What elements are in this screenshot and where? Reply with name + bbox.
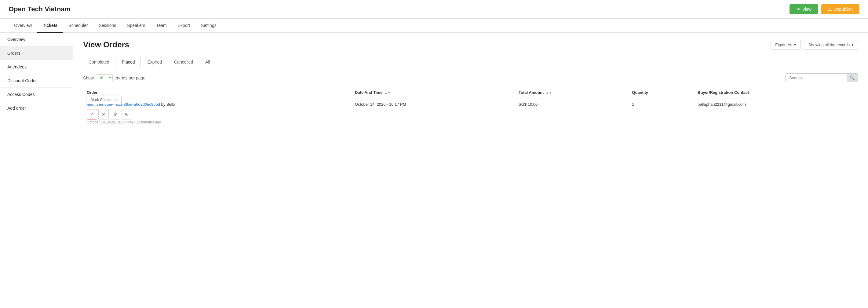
tooltip-text: Mark Completed	[91, 98, 118, 102]
order-row-inner: f89d27e8-cdf9-4811-88ae-a6d2d0ec96bd by …	[87, 102, 347, 124]
tab-overview[interactable]: Overview	[8, 19, 37, 33]
tab-sessions[interactable]: Sessions	[93, 19, 122, 33]
amount-cell: SG$ 10.00	[515, 98, 628, 128]
header-actions: Export As ▾ Showing all the records ▾	[771, 40, 858, 50]
header-buttons: 👁 View ⚠ Unpublish	[789, 4, 860, 14]
action-buttons: ✓ ✕ 🗑 ✉	[87, 109, 132, 120]
tab-scheduler[interactable]: Scheduler	[63, 19, 93, 33]
sidebar-item-orders[interactable]: Orders	[0, 47, 73, 60]
tab-export[interactable]: Export	[172, 19, 195, 33]
col-date-time: Date And Time ▲▼	[351, 87, 515, 98]
table-header-row: Order Date And Time ▲▼ Total Amount ▲▼ Q…	[83, 87, 858, 98]
view-button[interactable]: 👁 View	[789, 4, 818, 14]
chevron-down-icon-2: ▾	[851, 42, 854, 47]
eye-icon: 👁	[796, 7, 801, 11]
per-page-label: entries per page	[115, 75, 145, 80]
showing-label: Showing all the records	[808, 42, 850, 47]
table-row: f89d27e8-cdf9-4811-88ae-a6d2d0ec96bd by …	[83, 98, 858, 128]
search-button[interactable]: 🔍	[847, 74, 858, 82]
quantity-cell: 1	[628, 98, 694, 128]
show-entries: Show 10 25 50 100 entries per page	[83, 74, 145, 81]
tab-team[interactable]: Team	[151, 19, 172, 33]
unpublish-button[interactable]: ⚠ Unpublish	[821, 4, 860, 14]
search-box: 🔍	[785, 73, 858, 82]
top-header: Open Tech Vietnam 👁 View ⚠ Unpublish	[0, 0, 868, 19]
search-icon: 🔍	[850, 75, 855, 80]
tab-tickets[interactable]: Tickets	[37, 19, 63, 33]
unpublish-icon: ⚠	[828, 7, 832, 11]
col-quantity: Quantity	[628, 87, 694, 98]
order-by: by Bella	[161, 102, 175, 106]
app-title: Open Tech Vietnam	[8, 5, 70, 13]
status-tab-expired[interactable]: Expired	[142, 57, 167, 67]
order-cell: f89d27e8-cdf9-4811-88ae-a6d2d0ec96bd by …	[83, 98, 351, 128]
mark-completed-tooltip: Mark Completed	[87, 96, 122, 104]
order-meta: October 14, 2020, 10:17 PM - 13 minutes …	[87, 120, 347, 124]
quantity-value: 1	[632, 102, 634, 106]
show-entries-row: Show 10 25 50 100 entries per page 🔍	[83, 73, 858, 82]
nav-tabs: Overview Tickets Scheduler Sessions Spea…	[0, 19, 868, 33]
search-input[interactable]	[785, 74, 847, 82]
entries-per-page-select[interactable]: 10 25 50 100	[96, 74, 113, 81]
unpublish-label: Unpublish	[834, 7, 853, 11]
cancel-button[interactable]: ✕	[98, 109, 109, 120]
order-id-line: f89d27e8-cdf9-4811-88ae-a6d2d0ec96bd by …	[87, 102, 347, 106]
content-header: View Orders Export As ▾ Showing all the …	[83, 40, 858, 50]
main-layout: Overview Orders Attendees Discount Codes…	[0, 33, 868, 304]
show-label: Show	[83, 75, 94, 80]
sidebar-item-access-codes[interactable]: Access Codes	[0, 88, 73, 101]
page-title: View Orders	[83, 40, 129, 50]
tab-speakers[interactable]: Speakers	[122, 19, 151, 33]
col-total-amount: Total Amount ▲▼	[515, 87, 628, 98]
col-order: Order	[83, 87, 351, 98]
main-content: View Orders Export As ▾ Showing all the …	[73, 33, 868, 304]
tab-settings[interactable]: Settings	[195, 19, 222, 33]
status-tab-all[interactable]: All	[200, 57, 216, 67]
date-cell: October 14, 2020 - 10:17 PM	[351, 98, 515, 128]
mark-completed-button[interactable]: ✓	[87, 109, 97, 120]
col-buyer: Buyer/Registration Contact	[694, 87, 858, 98]
email-button[interactable]: ✉	[122, 109, 132, 120]
action-area: Mark Completed ✓ ✕ 🗑 ✉	[87, 106, 132, 120]
total-amount: SG$ 10.00	[519, 102, 537, 106]
status-tab-cancelled[interactable]: Cancelled	[168, 57, 198, 67]
sidebar-item-add-order[interactable]: Add order	[0, 101, 73, 115]
sort-icon-amount: ▲▼	[546, 91, 552, 94]
view-label: View	[802, 7, 811, 11]
status-tab-placed[interactable]: Placed	[116, 57, 141, 67]
status-tabs: Completed Placed Expired Cancelled All	[83, 57, 858, 67]
sidebar-item-attendees[interactable]: Attendees	[0, 60, 73, 74]
buyer-cell: bellaphan2211@gmail.com	[694, 98, 858, 128]
export-as-label: Export As	[775, 42, 792, 47]
status-tab-completed[interactable]: Completed	[83, 57, 115, 67]
delete-button[interactable]: 🗑	[110, 109, 120, 120]
orders-table: Order Date And Time ▲▼ Total Amount ▲▼ Q…	[83, 87, 858, 128]
sort-icon-date: ▲▼	[384, 91, 391, 94]
export-as-button[interactable]: Export As ▾	[771, 40, 801, 50]
buyer-email: bellaphan2211@gmail.com	[698, 102, 746, 106]
sidebar-item-discount-codes[interactable]: Discount Codes	[0, 74, 73, 88]
sidebar: Overview Orders Attendees Discount Codes…	[0, 33, 73, 304]
sidebar-item-overview[interactable]: Overview	[0, 33, 73, 47]
chevron-down-icon: ▾	[794, 42, 796, 47]
order-date: October 14, 2020 - 10:17 PM	[355, 102, 406, 106]
showing-records-button[interactable]: Showing all the records ▾	[804, 40, 858, 50]
